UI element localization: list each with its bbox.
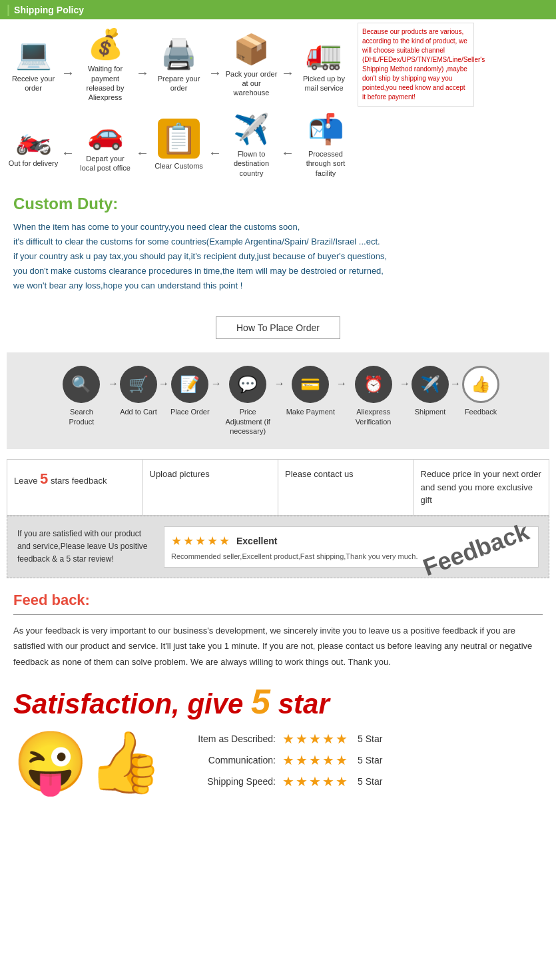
shipping-step-1: 💻 Receive your order [7,37,60,93]
price-icon: 💬 [229,366,266,403]
place-order-button[interactable]: How To Place Order [216,316,340,339]
star-5: ★ [219,534,230,548]
satisfaction-section: Satisfaction, give 5 star 😜👍 Item as Des… [0,676,556,811]
rating-label-shipping: Shipping Speed: [176,776,276,787]
satisfaction-part1: Satisfaction, give [13,688,251,720]
review-box: ★ ★ ★ ★ ★ Excellent Recommended seller,E… [164,526,539,568]
step-label-5: Picked up by mail service [298,74,351,93]
star-c3: ★ [309,752,321,768]
custom-duty-text: When the item has come to your country,y… [13,220,543,293]
order-process-section: 🔍 Search Product → 🛒 Add to Cart → 📝 Pla… [7,352,549,449]
process-label-cart: Add to Cart [120,407,157,416]
arrow-3: → [208,65,222,81]
process-label-feedback: Feedback [465,407,497,416]
star-s1: ★ [282,773,294,789]
contact-us-label: Please contact us [285,469,354,479]
step-label-1: Receive your order [7,74,60,93]
process-arrow-6: → [400,378,410,390]
shipping-step-6: 🏍️ Out for delivery [7,121,60,168]
shipping-policy-header: Shipping Policy [0,0,556,19]
process-label-search: Search Product [57,407,107,426]
rating-label-described: Item as Described: [176,734,276,744]
arrow-1: → [61,65,75,81]
process-arrow-4: → [274,378,285,390]
feedback-watermark: Feedback [419,518,533,582]
feedback-action-row: Leave 5 stars feedback Upload pictures P… [7,459,549,516]
arrow-7: ← [208,145,222,161]
shipping-step-7: 🚗 Depart your local post office [76,117,135,173]
feedback-icon: 👍 [462,366,499,403]
arrow-2: → [136,65,149,81]
satisfaction-number: 5 [251,682,270,721]
step-label-10: Processed through sort facility [299,149,352,178]
star-3: ★ [195,534,206,548]
rating-label-communication: Communication: [176,755,276,765]
star-c5: ★ [336,752,348,768]
ratings-table: Item as Described: ★ ★ ★ ★ ★ 5 Star Comm… [176,731,543,795]
arrow-6: ← [136,145,149,161]
place-order-container: How To Place Order [0,303,556,352]
shipping-side-note: Because our products are various, accord… [358,23,474,107]
feedback-body: As your feedback is very important to ou… [13,623,543,670]
process-label-price: Price Adjustment (if necessary) [223,407,273,436]
review-section: If you are satisfied with our product an… [7,516,549,578]
step-label-9: Flown to destination country [225,149,278,178]
process-label-payment: Make Payment [286,407,335,416]
step-label-4: Pack your order at our warehouse [225,69,278,98]
shipping-row-1: 💻 Receive your order → 💰 Waiting for pay… [7,23,549,107]
star-4: ★ [207,534,218,548]
star-d5: ★ [336,731,348,747]
order-icon: 📝 [171,366,208,403]
rating-stars-communication: ★ ★ ★ ★ ★ [282,752,348,768]
process-step-cart: 🛒 Add to Cart [120,366,157,416]
star-s4: ★ [322,773,334,789]
process-arrow-7: → [450,378,461,390]
shipping-step-10: 📬 Processed through sort facility [296,112,356,178]
process-arrow-2: → [158,378,169,390]
upload-pictures-label: Upload pictures [150,469,210,479]
arrow-4: → [281,65,294,81]
shipping-step-3: 🖨️ Prepare your order [150,37,207,93]
review-left-text: If you are satisfied with our product an… [17,528,150,566]
process-arrow-5: → [336,378,347,390]
process-step-feedback: 👍 Feedback [462,366,499,416]
step-label-7: Depart your local post office [79,154,132,173]
feedback-title: Feed back: [13,592,543,609]
rating-stars-shipping: ★ ★ ★ ★ ★ [282,773,348,789]
process-step-search: 🔍 Search Product [57,366,107,426]
verification-icon: ⏰ [355,366,392,403]
satisfaction-bottom: 😜👍 Item as Described: ★ ★ ★ ★ ★ 5 Star C… [13,728,543,797]
feedback-section: Feed back: As your feedback is very impo… [0,578,556,676]
feedback-cell-stars: Leave 5 stars feedback [7,460,143,515]
step-label-3: Prepare your order [152,74,206,93]
process-label-shipment: Shipment [415,407,445,416]
shipping-step-2: 💰 Waiting for payment released by Aliexp… [76,27,135,102]
shipping-step-5: 🚛 Picked up by mail service [296,37,352,93]
rating-stars-described: ★ ★ ★ ★ ★ [282,731,348,747]
star-s2: ★ [296,773,308,789]
star-s3: ★ [309,773,321,789]
cart-icon: 🛒 [120,366,157,403]
process-label-order: Place Order [170,407,210,416]
process-label-verification: Aliexpress Verification [348,407,398,426]
process-step-payment: 💳 Make Payment [286,366,335,416]
payment-icon: 💳 [292,366,329,403]
rating-value-shipping: 5 Star [358,776,382,787]
rating-row-communication: Communication: ★ ★ ★ ★ ★ 5 Star [176,752,543,768]
shipping-flow: 💻 Receive your order → 💰 Waiting for pay… [0,19,556,185]
rating-value-communication: 5 Star [358,755,382,765]
feedback-cell-contact: Please contact us [278,460,414,515]
star-d1: ★ [282,731,294,747]
arrow-8: ← [281,145,294,161]
arrow-5: ← [61,145,75,161]
search-icon: 🔍 [63,366,100,403]
process-step-verification: ⏰ Aliexpress Verification [348,366,398,426]
shipping-step-4: 📦 Pack your order at our warehouse [223,32,280,98]
rating-row-described: Item as Described: ★ ★ ★ ★ ★ 5 Star [176,731,543,747]
star-d3: ★ [309,731,321,747]
process-arrow-3: → [211,378,222,390]
feedback-divider [13,614,543,615]
shipping-step-8: 📋 Clear Customs [150,119,207,171]
excellent-label: Excellent [236,536,277,546]
feedback-cell-reduce: Reduce price in your next order and send… [414,460,549,515]
